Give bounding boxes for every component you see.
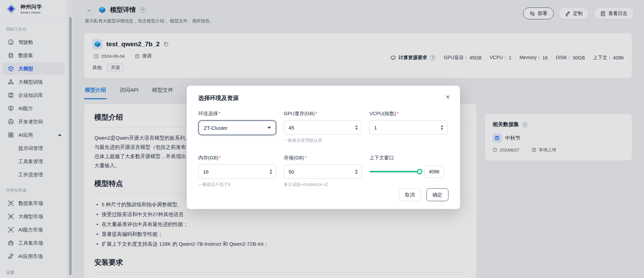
env-select-label: 环境选择 [198, 110, 276, 117]
confirm-button[interactable]: 确定 [426, 188, 448, 201]
storage-help-text: 多次训练+modelsize x2 [284, 182, 362, 188]
memory-help-text: 一般建议不低于8 [198, 182, 276, 188]
environment-select[interactable]: ZT-Cluster [198, 120, 276, 135]
step-up-icon[interactable] [270, 169, 272, 171]
step-up-icon[interactable] [355, 125, 358, 127]
resource-select-modal: 选择环境及资源 × 环境选择 ZT-Cluster GPU显存(GB) 一般建议… [187, 86, 460, 209]
step-down-icon[interactable] [441, 128, 443, 130]
chevron-down-icon [268, 127, 271, 129]
gpu-stepper[interactable] [355, 121, 358, 134]
vcpu-label: VCPU(核数) [369, 110, 447, 117]
step-up-icon[interactable] [441, 125, 443, 127]
gpu-memory-input[interactable] [284, 121, 362, 134]
close-icon[interactable]: × [446, 93, 450, 100]
vcpu-input[interactable] [370, 121, 447, 134]
storage-label: 存储(GB) [284, 155, 362, 161]
vcpu-stepper[interactable] [441, 121, 443, 134]
step-down-icon[interactable] [270, 172, 272, 174]
step-down-icon[interactable] [355, 128, 358, 130]
environment-select-value: ZT-Cluster [204, 125, 227, 131]
storage-stepper[interactable] [355, 165, 358, 178]
context-value-input[interactable] [425, 166, 444, 177]
memory-label: 内存(GB) [198, 155, 276, 161]
step-down-icon[interactable] [355, 172, 358, 174]
context-window-label: 上下文窗口 [369, 155, 447, 161]
step-up-icon[interactable] [355, 169, 358, 171]
cancel-button[interactable]: 取消 [399, 188, 421, 201]
storage-input[interactable] [284, 165, 362, 178]
modal-title: 选择环境及资源 [198, 94, 448, 102]
context-slider[interactable] [369, 171, 420, 172]
memory-stepper[interactable] [270, 165, 272, 178]
gpu-help-text: 一般建议使用默认值 [284, 138, 362, 143]
gpu-label: GPU显存(GB) [284, 110, 362, 117]
slider-handle[interactable] [417, 169, 422, 174]
memory-input[interactable] [199, 165, 276, 178]
